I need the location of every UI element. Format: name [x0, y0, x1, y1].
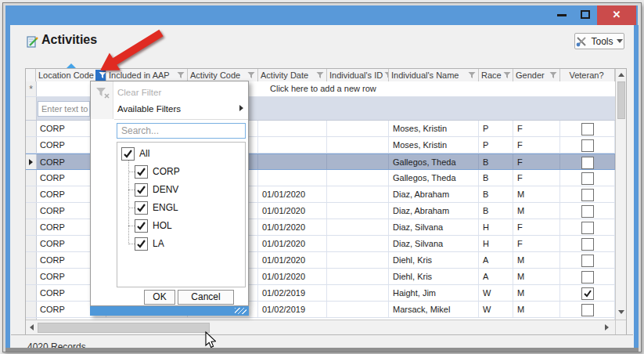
- ok-button[interactable]: OK: [144, 290, 175, 305]
- cell-activity-date[interactable]: [258, 154, 327, 169]
- column-header-individual-s-name[interactable]: Individual's Name: [389, 69, 479, 81]
- cell-race[interactable]: H: [479, 219, 513, 235]
- maximize-icon[interactable]: [581, 10, 590, 19]
- cell-individual-id[interactable]: [327, 285, 389, 301]
- cell-individual-name[interactable]: Moses, Kristin: [389, 121, 479, 136]
- filter-icon[interactable]: [247, 71, 255, 79]
- cell-individual-id[interactable]: [327, 154, 389, 169]
- cell-veteran[interactable]: [560, 269, 615, 284]
- row-header[interactable]: [26, 186, 37, 202]
- veteran-checkbox[interactable]: [581, 238, 594, 251]
- vertical-scrollbar[interactable]: [615, 69, 626, 320]
- cell-activity-date[interactable]: 01/01/2020: [258, 203, 327, 219]
- cell-individual-name[interactable]: Haight, Jim: [389, 285, 479, 301]
- filter-icon[interactable]: [316, 71, 324, 79]
- cell-veteran[interactable]: [560, 154, 615, 169]
- cell-race[interactable]: B: [479, 154, 513, 169]
- filter-value-engl[interactable]: ENGL: [117, 199, 245, 217]
- cell-activity-date[interactable]: 01/02/2019: [258, 285, 327, 301]
- cell-race[interactable]: B: [479, 203, 513, 219]
- veteran-checkbox[interactable]: [581, 271, 594, 284]
- cell-gender[interactable]: F: [513, 236, 560, 251]
- vertical-scroll-thumb[interactable]: [617, 81, 625, 119]
- column-header-gender[interactable]: Gender: [513, 69, 560, 81]
- cell-individual-name[interactable]: Diaz, Silvana: [389, 219, 479, 235]
- cell-veteran[interactable]: [560, 137, 615, 153]
- resize-grip-icon[interactable]: [235, 308, 246, 314]
- cell-veteran[interactable]: [560, 302, 615, 317]
- column-header-individual-s-id[interactable]: Individual's ID: [327, 69, 389, 81]
- cell-individual-name[interactable]: Diaz, Silvana: [389, 236, 479, 251]
- cancel-button[interactable]: Cancel: [178, 290, 234, 305]
- cell-activity-date[interactable]: [258, 121, 327, 136]
- veteran-checkbox[interactable]: [581, 304, 594, 316]
- filter-icon[interactable]: [503, 71, 511, 79]
- veteran-checkbox[interactable]: [581, 189, 594, 201]
- cell-activity-date[interactable]: 01/01/2020: [258, 219, 327, 235]
- column-header-race[interactable]: Race: [479, 69, 513, 81]
- cell-activity-date[interactable]: 01/01/2020: [258, 236, 327, 251]
- row-header[interactable]: [26, 285, 37, 301]
- cell-activity-date[interactable]: [258, 137, 327, 153]
- row-header[interactable]: [26, 121, 37, 136]
- cell-gender[interactable]: F: [513, 154, 560, 169]
- cell-activity-date[interactable]: 01/01/2020: [258, 252, 327, 268]
- cell-individual-id[interactable]: [327, 121, 389, 136]
- cell-individual-name[interactable]: Marsack, Mikel: [389, 302, 479, 317]
- menu-item-available-filters[interactable]: Available Filters: [117, 100, 243, 117]
- cell-individual-name[interactable]: Diehl, Kris: [389, 252, 479, 268]
- scroll-right-icon[interactable]: [605, 324, 609, 331]
- row-header[interactable]: [26, 252, 37, 268]
- filter-value-checkbox[interactable]: [135, 183, 148, 197]
- cell-race[interactable]: W: [479, 285, 513, 301]
- cell-gender[interactable]: F: [513, 219, 560, 235]
- cell-individual-id[interactable]: [327, 219, 389, 235]
- cell-veteran[interactable]: [560, 285, 615, 301]
- cell-individual-id[interactable]: [327, 252, 389, 268]
- cell-individual-name[interactable]: Gallegos, Theda: [389, 154, 479, 169]
- cell-individual-id[interactable]: [327, 236, 389, 251]
- minimize-icon[interactable]: [557, 14, 567, 16]
- cell-activity-date[interactable]: 01/02/2019: [258, 302, 327, 317]
- cell-individual-id[interactable]: [327, 186, 389, 202]
- cell-individual-name[interactable]: Diaz, Abraham: [389, 203, 479, 219]
- cell-race[interactable]: W: [479, 302, 513, 317]
- filter-value-checkbox[interactable]: [135, 201, 148, 215]
- tools-button[interactable]: Tools: [574, 33, 624, 49]
- cell-veteran[interactable]: [560, 252, 615, 268]
- filter-value-checkbox[interactable]: [121, 147, 135, 161]
- row-header[interactable]: [26, 203, 37, 219]
- filter-value-hol[interactable]: HOL: [117, 217, 245, 235]
- close-button[interactable]: ✕: [597, 5, 636, 25]
- horizontal-scrollbar[interactable]: [26, 320, 615, 334]
- veteran-checkbox[interactable]: [581, 123, 594, 135]
- filter-value-checkbox[interactable]: [135, 165, 148, 179]
- cell-gender[interactable]: F: [513, 137, 560, 153]
- cell-individual-name[interactable]: Moses, Kristin: [389, 137, 479, 153]
- cell-gender[interactable]: M: [513, 252, 560, 268]
- cell-gender[interactable]: F: [513, 170, 560, 186]
- horizontal-scroll-thumb[interactable]: [38, 323, 210, 333]
- filter-value-la[interactable]: LA: [117, 235, 245, 253]
- scroll-down-icon[interactable]: [618, 310, 624, 314]
- cell-individual-id[interactable]: [327, 170, 389, 186]
- filter-value-checkbox[interactable]: [135, 219, 148, 233]
- cell-individual-name[interactable]: Diaz, Abraham: [389, 186, 479, 202]
- veteran-checkbox[interactable]: [581, 205, 594, 218]
- cell-veteran[interactable]: [560, 186, 615, 202]
- filter-icon[interactable]: [549, 71, 557, 79]
- cell-veteran[interactable]: [560, 203, 615, 219]
- cell-gender[interactable]: M: [513, 285, 560, 301]
- row-header[interactable]: [26, 269, 37, 284]
- cell-individual-name[interactable]: Gallegos, Theda: [389, 170, 479, 186]
- cell-individual-id[interactable]: [327, 302, 389, 317]
- row-header[interactable]: [26, 236, 37, 251]
- filter-value-all[interactable]: All: [117, 145, 245, 163]
- row-header[interactable]: [26, 302, 37, 317]
- cell-individual-id[interactable]: [327, 203, 389, 219]
- cell-gender[interactable]: M: [513, 302, 560, 317]
- cell-veteran[interactable]: [560, 236, 615, 251]
- cell-activity-date[interactable]: 01/01/2020: [258, 269, 327, 284]
- veteran-checkbox[interactable]: [581, 157, 594, 169]
- cell-race[interactable]: P: [479, 137, 513, 153]
